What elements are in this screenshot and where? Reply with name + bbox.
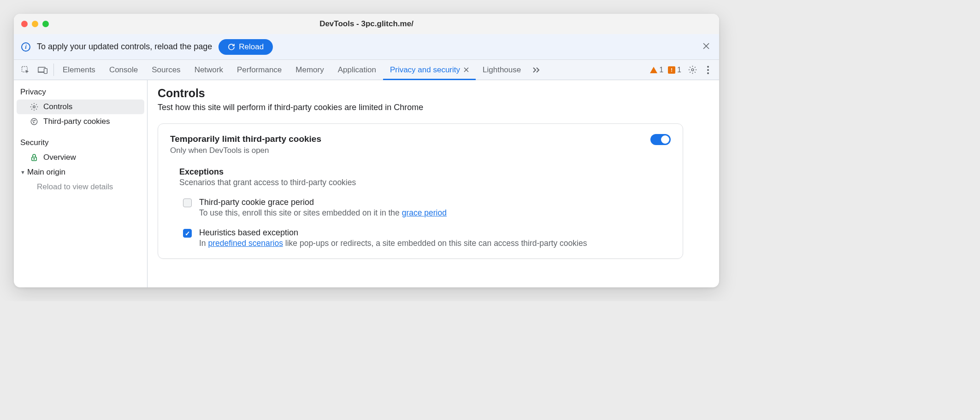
cookie-icon <box>30 117 39 126</box>
close-icon <box>464 67 469 72</box>
caret-down-icon: ▼ <box>20 169 25 175</box>
fullscreen-window-button[interactable] <box>42 21 49 27</box>
sidebar-item-main-origin[interactable]: ▼ Main origin <box>14 165 147 180</box>
tab-lighthouse[interactable]: Lighthouse <box>476 60 528 80</box>
sidebar-item-label: Third-party cookies <box>43 117 110 126</box>
limit-cookies-toggle[interactable] <box>650 134 671 145</box>
warnings-indicator[interactable]: 1 <box>650 66 663 74</box>
tab-performance[interactable]: Performance <box>230 60 289 80</box>
limit-cookies-card: Temporarily limit third-party cookies On… <box>158 123 683 259</box>
svg-point-6 <box>707 72 709 74</box>
svg-point-10 <box>35 120 35 121</box>
svg-point-9 <box>33 121 34 122</box>
exception-desc-text: In <box>199 239 208 248</box>
sidebar-item-label: Main origin <box>27 168 65 177</box>
gear-icon <box>30 102 39 111</box>
grace-period-link[interactable]: grace period <box>402 208 447 217</box>
traffic-lights <box>21 21 49 27</box>
exception-grace-period: Third-party cookie grace period To use t… <box>179 198 671 218</box>
predefined-scenarios-link[interactable]: predefined scenarios <box>208 239 283 248</box>
reload-infobar: i To apply your updated controls, reload… <box>14 34 719 60</box>
sidebar: Privacy Controls Third-party cookies Sec… <box>14 80 148 287</box>
svg-point-7 <box>33 106 35 108</box>
exceptions-heading: Exceptions <box>179 167 671 177</box>
tab-memory[interactable]: Memory <box>289 60 331 80</box>
tab-elements[interactable]: Elements <box>56 60 102 80</box>
svg-point-4 <box>707 66 709 68</box>
tab-application[interactable]: Application <box>331 60 383 80</box>
tab-label: Elements <box>63 65 95 75</box>
tab-close-button[interactable] <box>464 66 469 74</box>
toolbar-right: 1 ! 1 <box>650 60 716 80</box>
exception-label: Heuristics based exception <box>199 228 587 238</box>
more-options-button[interactable] <box>703 66 713 74</box>
toolbar-divider <box>53 64 54 76</box>
page-heading: Controls <box>158 87 709 100</box>
svg-point-11 <box>34 122 35 123</box>
svg-rect-2 <box>44 68 47 73</box>
heuristics-checkbox[interactable] <box>183 229 192 238</box>
infobar-message: To apply your updated controls, reload t… <box>37 42 212 52</box>
window-title: DevTools - 3pc.glitch.me/ <box>14 19 719 29</box>
sidebar-heading-privacy: Privacy <box>14 85 147 99</box>
svg-point-5 <box>707 69 709 71</box>
tab-label: Lighthouse <box>483 65 521 75</box>
panel-tabbar: Elements Console Sources Network Perform… <box>14 60 719 80</box>
minimize-window-button[interactable] <box>32 21 38 27</box>
panel-body: Privacy Controls Third-party cookies Sec… <box>14 80 719 287</box>
reload-button-label: Reload <box>239 42 264 52</box>
chevron-double-right-icon <box>532 67 541 73</box>
lock-icon <box>30 153 39 162</box>
tab-label: Memory <box>295 65 324 75</box>
sidebar-item-overview[interactable]: Overview <box>14 150 147 165</box>
exception-heuristics: Heuristics based exception In predefined… <box>179 228 671 248</box>
card-title: Temporarily limit third-party cookies <box>170 134 321 144</box>
card-subtitle: Only when DevTools is open <box>170 146 321 155</box>
exception-label: Third-party cookie grace period <box>199 198 447 207</box>
warnings-count: 1 <box>659 66 663 74</box>
tab-privacy-security[interactable]: Privacy and security <box>383 60 476 80</box>
svg-point-13 <box>34 158 35 159</box>
reload-button[interactable]: Reload <box>218 39 273 55</box>
grace-period-checkbox <box>183 198 192 207</box>
tab-label: Network <box>195 65 223 75</box>
tab-label: Privacy and security <box>390 65 460 75</box>
exceptions-subtitle: Scenarios that grant access to third-par… <box>179 178 671 187</box>
infobar-close-button[interactable] <box>701 40 712 54</box>
tab-label: Console <box>109 65 138 75</box>
devtools-window: DevTools - 3pc.glitch.me/ i To apply you… <box>14 14 719 287</box>
sidebar-heading-security: Security <box>14 135 147 150</box>
warning-icon <box>650 67 657 73</box>
kebab-icon <box>707 66 709 74</box>
main-content: Controls Test how this site will perform… <box>148 80 719 287</box>
tab-label: Sources <box>152 65 180 75</box>
issues-count: 1 <box>677 66 681 74</box>
exception-desc-text: To use this, enroll this site or sites e… <box>199 208 402 217</box>
page-subtitle: Test how this site will perform if third… <box>158 103 709 112</box>
settings-button[interactable] <box>686 65 699 74</box>
tab-sources[interactable]: Sources <box>145 60 187 80</box>
tab-console[interactable]: Console <box>102 60 145 80</box>
gear-icon <box>688 65 697 74</box>
svg-point-3 <box>691 69 694 71</box>
exception-description: In predefined scenarios like pop-ups or … <box>199 239 587 248</box>
close-icon <box>703 42 710 50</box>
sidebar-item-label: Controls <box>43 102 72 111</box>
titlebar: DevTools - 3pc.glitch.me/ <box>14 14 719 34</box>
reload-icon <box>228 43 235 51</box>
tab-network[interactable]: Network <box>188 60 230 80</box>
exception-description: To use this, enroll this site or sites e… <box>199 208 447 218</box>
exception-desc-text: like pop-ups or redirects, a site embedd… <box>283 239 587 248</box>
exceptions-section: Exceptions Scenarios that grant access t… <box>170 167 671 248</box>
svg-point-8 <box>31 118 37 125</box>
device-toggle-button[interactable] <box>34 60 52 80</box>
sidebar-item-controls[interactable]: Controls <box>17 99 144 114</box>
card-header: Temporarily limit third-party cookies On… <box>170 134 671 155</box>
close-window-button[interactable] <box>21 21 28 27</box>
issues-indicator[interactable]: ! 1 <box>668 66 681 74</box>
more-tabs-button[interactable] <box>528 60 545 80</box>
inspect-element-button[interactable] <box>17 60 34 80</box>
sidebar-item-third-party-cookies[interactable]: Third-party cookies <box>14 114 147 129</box>
sidebar-reload-hint: Reload to view details <box>14 180 147 194</box>
sidebar-item-label: Overview <box>43 153 76 162</box>
